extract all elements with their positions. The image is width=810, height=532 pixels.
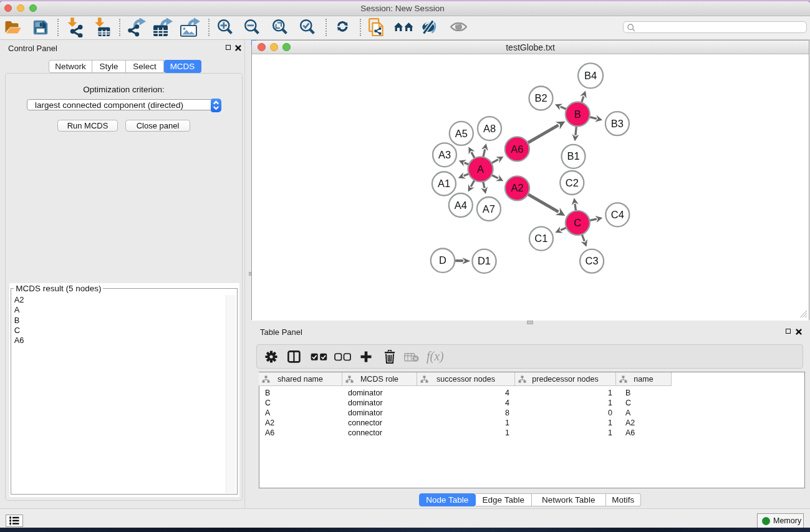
svg-text:B: B	[574, 108, 581, 119]
svg-text:D: D	[439, 254, 446, 266]
svg-text:C3: C3	[586, 255, 599, 266]
svg-text:A7: A7	[483, 203, 495, 214]
svg-text:C4: C4	[611, 208, 624, 220]
svg-text:A4: A4	[455, 199, 467, 210]
svg-text:A3: A3	[438, 148, 451, 160]
svg-text:B3: B3	[611, 117, 624, 128]
svg-text:A5: A5	[455, 127, 468, 138]
svg-text:A8: A8	[483, 122, 496, 133]
svg-text:A6: A6	[511, 143, 523, 154]
svg-text:B4: B4	[584, 69, 597, 80]
svg-text:D1: D1	[478, 255, 491, 266]
svg-text:C: C	[574, 216, 581, 228]
svg-text:B1: B1	[567, 150, 579, 162]
svg-text:A2: A2	[511, 182, 523, 193]
svg-text:B2: B2	[534, 92, 547, 104]
svg-text:C1: C1	[534, 233, 547, 244]
svg-text:A1: A1	[438, 178, 450, 189]
svg-text:A: A	[477, 163, 484, 174]
svg-text:C2: C2	[566, 177, 579, 188]
